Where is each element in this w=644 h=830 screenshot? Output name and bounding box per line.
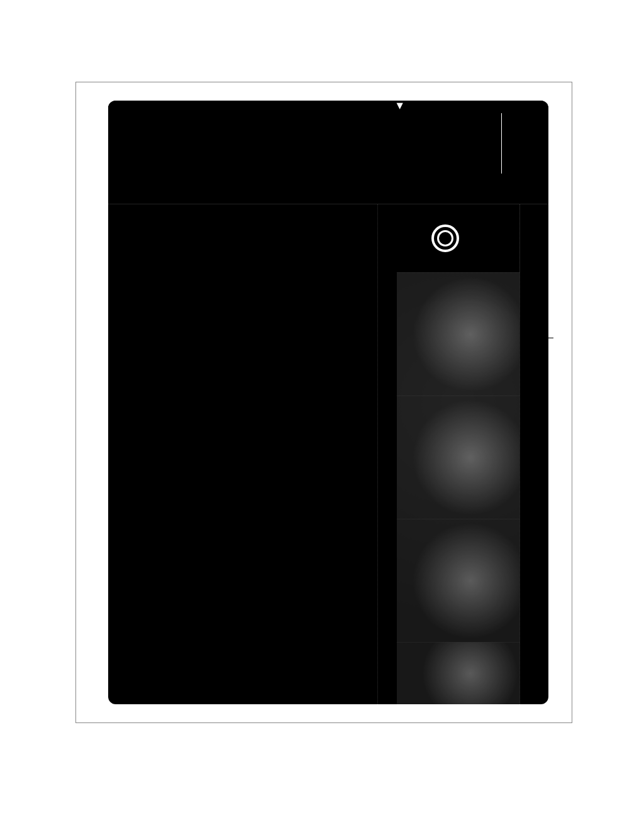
ref-1912-line — [501, 113, 502, 174]
featured-artwork — [397, 272, 519, 704]
tv-guide-screen — [108, 101, 548, 704]
artwork-panel — [397, 272, 519, 396]
artwork-panel — [397, 519, 519, 642]
ref-1914-line — [108, 101, 109, 116]
artwork-panel — [397, 396, 519, 519]
category-sidebar — [108, 101, 548, 204]
listings-grid — [108, 204, 548, 704]
artwork-panel — [397, 642, 519, 704]
featured-channel-cell — [378, 204, 519, 272]
featured-programs — [378, 272, 519, 704]
featured-channel-row[interactable] — [377, 204, 519, 704]
figure-frame — [75, 82, 572, 723]
lead-line — [548, 338, 553, 338]
cbs-eye-icon — [432, 224, 460, 252]
grid-header-row — [519, 204, 548, 704]
